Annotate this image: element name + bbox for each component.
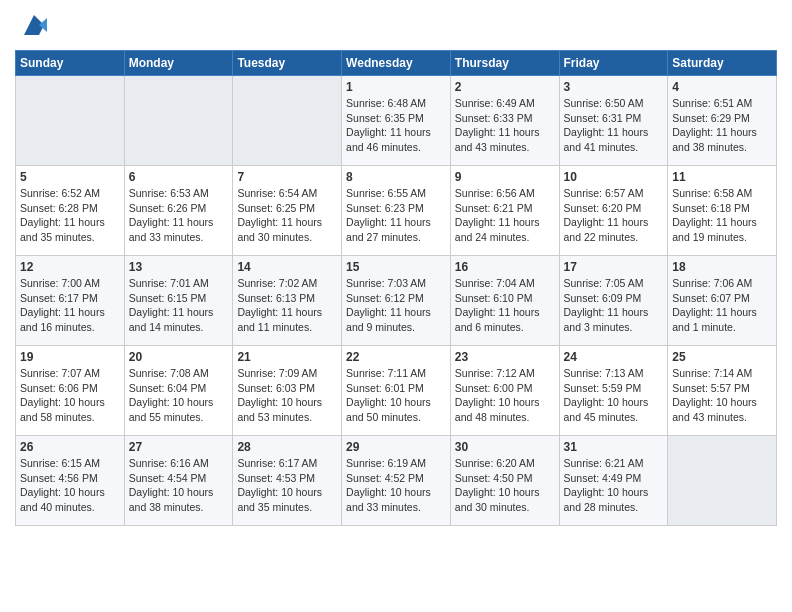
day-info-line: Sunrise: 7:12 AM <box>455 366 555 381</box>
calendar-cell: 16Sunrise: 7:04 AMSunset: 6:10 PMDayligh… <box>450 256 559 346</box>
day-number: 1 <box>346 80 446 94</box>
day-number: 26 <box>20 440 120 454</box>
day-info-line: Sunset: 6:00 PM <box>455 381 555 396</box>
day-number: 13 <box>129 260 229 274</box>
day-info-line: Sunrise: 7:01 AM <box>129 276 229 291</box>
day-info-line: Sunrise: 6:19 AM <box>346 456 446 471</box>
day-number: 25 <box>672 350 772 364</box>
day-number: 23 <box>455 350 555 364</box>
day-info-line: Sunset: 6:21 PM <box>455 201 555 216</box>
day-number: 30 <box>455 440 555 454</box>
calendar-table: SundayMondayTuesdayWednesdayThursdayFrid… <box>15 50 777 526</box>
calendar-cell: 14Sunrise: 7:02 AMSunset: 6:13 PMDayligh… <box>233 256 342 346</box>
day-number: 6 <box>129 170 229 184</box>
day-info-line: Daylight: 10 hours and 40 minutes. <box>20 485 120 514</box>
day-number: 31 <box>564 440 664 454</box>
day-info-line: Daylight: 10 hours and 38 minutes. <box>129 485 229 514</box>
day-info-line: Daylight: 10 hours and 30 minutes. <box>455 485 555 514</box>
day-number: 9 <box>455 170 555 184</box>
calendar-cell: 17Sunrise: 7:05 AMSunset: 6:09 PMDayligh… <box>559 256 668 346</box>
day-info-line: Sunrise: 7:08 AM <box>129 366 229 381</box>
days-header-row: SundayMondayTuesdayWednesdayThursdayFrid… <box>16 51 777 76</box>
calendar-cell: 30Sunrise: 6:20 AMSunset: 4:50 PMDayligh… <box>450 436 559 526</box>
day-info-line: Sunset: 5:59 PM <box>564 381 664 396</box>
day-info-line: Daylight: 11 hours and 6 minutes. <box>455 305 555 334</box>
calendar-cell: 5Sunrise: 6:52 AMSunset: 6:28 PMDaylight… <box>16 166 125 256</box>
day-number: 20 <box>129 350 229 364</box>
day-info-line: Sunset: 6:28 PM <box>20 201 120 216</box>
day-info-line: Daylight: 10 hours and 28 minutes. <box>564 485 664 514</box>
day-number: 19 <box>20 350 120 364</box>
calendar-cell <box>16 76 125 166</box>
day-header-sunday: Sunday <box>16 51 125 76</box>
day-info-line: Daylight: 11 hours and 30 minutes. <box>237 215 337 244</box>
day-info-line: Sunset: 6:15 PM <box>129 291 229 306</box>
calendar-cell: 27Sunrise: 6:16 AMSunset: 4:54 PMDayligh… <box>124 436 233 526</box>
day-number: 27 <box>129 440 229 454</box>
day-info-line: Sunrise: 7:03 AM <box>346 276 446 291</box>
page-container: SundayMondayTuesdayWednesdayThursdayFrid… <box>0 0 792 536</box>
calendar-cell: 1Sunrise: 6:48 AMSunset: 6:35 PMDaylight… <box>342 76 451 166</box>
logo-icon <box>19 10 49 40</box>
day-info-line: Daylight: 11 hours and 41 minutes. <box>564 125 664 154</box>
day-info-line: Daylight: 11 hours and 27 minutes. <box>346 215 446 244</box>
day-info-line: Sunrise: 6:54 AM <box>237 186 337 201</box>
calendar-cell: 18Sunrise: 7:06 AMSunset: 6:07 PMDayligh… <box>668 256 777 346</box>
day-info-line: Sunrise: 6:15 AM <box>20 456 120 471</box>
day-header-wednesday: Wednesday <box>342 51 451 76</box>
week-row-4: 19Sunrise: 7:07 AMSunset: 6:06 PMDayligh… <box>16 346 777 436</box>
day-info-line: Daylight: 11 hours and 3 minutes. <box>564 305 664 334</box>
day-info-line: Daylight: 10 hours and 45 minutes. <box>564 395 664 424</box>
logo <box>15 10 49 40</box>
day-number: 18 <box>672 260 772 274</box>
day-header-thursday: Thursday <box>450 51 559 76</box>
day-info-line: Sunset: 6:25 PM <box>237 201 337 216</box>
day-info-line: Sunrise: 7:11 AM <box>346 366 446 381</box>
day-info-line: Sunrise: 6:21 AM <box>564 456 664 471</box>
day-number: 3 <box>564 80 664 94</box>
week-row-3: 12Sunrise: 7:00 AMSunset: 6:17 PMDayligh… <box>16 256 777 346</box>
calendar-cell: 20Sunrise: 7:08 AMSunset: 6:04 PMDayligh… <box>124 346 233 436</box>
day-info-line: Sunset: 6:35 PM <box>346 111 446 126</box>
calendar-cell: 26Sunrise: 6:15 AMSunset: 4:56 PMDayligh… <box>16 436 125 526</box>
day-info-line: Daylight: 10 hours and 35 minutes. <box>237 485 337 514</box>
day-info-line: Sunset: 6:33 PM <box>455 111 555 126</box>
day-info-line: Sunset: 6:07 PM <box>672 291 772 306</box>
day-number: 2 <box>455 80 555 94</box>
day-info-line: Sunrise: 6:17 AM <box>237 456 337 471</box>
week-row-5: 26Sunrise: 6:15 AMSunset: 4:56 PMDayligh… <box>16 436 777 526</box>
day-info-line: Sunrise: 7:09 AM <box>237 366 337 381</box>
day-info-line: Daylight: 11 hours and 1 minute. <box>672 305 772 334</box>
day-header-friday: Friday <box>559 51 668 76</box>
day-info-line: Sunset: 6:23 PM <box>346 201 446 216</box>
day-info-line: Daylight: 11 hours and 19 minutes. <box>672 215 772 244</box>
week-row-2: 5Sunrise: 6:52 AMSunset: 6:28 PMDaylight… <box>16 166 777 256</box>
day-info-line: Sunrise: 7:05 AM <box>564 276 664 291</box>
week-row-1: 1Sunrise: 6:48 AMSunset: 6:35 PMDaylight… <box>16 76 777 166</box>
day-info-line: Daylight: 11 hours and 9 minutes. <box>346 305 446 334</box>
day-info-line: Sunrise: 6:58 AM <box>672 186 772 201</box>
day-info-line: Sunrise: 6:50 AM <box>564 96 664 111</box>
day-info-line: Sunrise: 7:02 AM <box>237 276 337 291</box>
calendar-cell: 6Sunrise: 6:53 AMSunset: 6:26 PMDaylight… <box>124 166 233 256</box>
day-info-line: Sunrise: 6:57 AM <box>564 186 664 201</box>
day-info-line: Sunset: 6:26 PM <box>129 201 229 216</box>
day-number: 15 <box>346 260 446 274</box>
day-info-line: Daylight: 11 hours and 24 minutes. <box>455 215 555 244</box>
day-info-line: Daylight: 11 hours and 11 minutes. <box>237 305 337 334</box>
day-info-line: Sunrise: 6:55 AM <box>346 186 446 201</box>
day-number: 12 <box>20 260 120 274</box>
calendar-cell: 28Sunrise: 6:17 AMSunset: 4:53 PMDayligh… <box>233 436 342 526</box>
day-info-line: Sunset: 4:52 PM <box>346 471 446 486</box>
day-info-line: Sunset: 4:56 PM <box>20 471 120 486</box>
calendar-cell: 9Sunrise: 6:56 AMSunset: 6:21 PMDaylight… <box>450 166 559 256</box>
day-number: 5 <box>20 170 120 184</box>
day-info-line: Sunset: 6:12 PM <box>346 291 446 306</box>
calendar-cell: 24Sunrise: 7:13 AMSunset: 5:59 PMDayligh… <box>559 346 668 436</box>
day-info-line: Daylight: 10 hours and 55 minutes. <box>129 395 229 424</box>
day-info-line: Daylight: 11 hours and 33 minutes. <box>129 215 229 244</box>
calendar-cell: 23Sunrise: 7:12 AMSunset: 6:00 PMDayligh… <box>450 346 559 436</box>
day-info-line: Daylight: 11 hours and 22 minutes. <box>564 215 664 244</box>
calendar-cell: 22Sunrise: 7:11 AMSunset: 6:01 PMDayligh… <box>342 346 451 436</box>
calendar-cell: 11Sunrise: 6:58 AMSunset: 6:18 PMDayligh… <box>668 166 777 256</box>
